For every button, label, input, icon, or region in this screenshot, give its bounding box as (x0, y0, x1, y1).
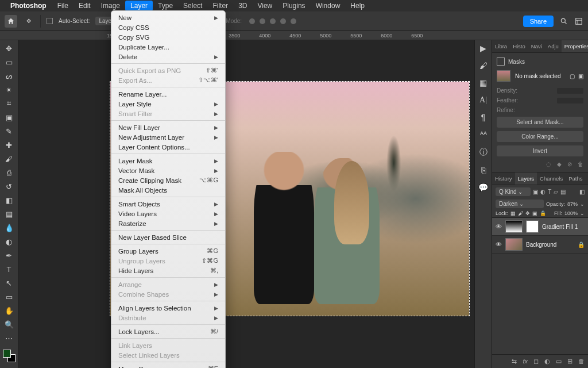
fill-chevron-icon[interactable]: ⌄ (580, 210, 585, 216)
opacity-value[interactable]: 87% (567, 201, 578, 207)
layer-visibility-icon[interactable]: 👁 (496, 223, 502, 230)
frame-tool[interactable]: ▣ (2, 112, 16, 123)
path-tool[interactable]: ↖ (2, 277, 16, 289)
menu-item-group-layers[interactable]: Group Layers⌘G (111, 246, 225, 256)
load-selection-icon[interactable]: ◌ (546, 161, 551, 167)
menu-item-copy-css[interactable]: Copy CSS (111, 22, 225, 32)
share-button[interactable]: Share (523, 16, 554, 27)
menu-image[interactable]: Image (96, 1, 125, 11)
tab-properties[interactable]: Properties (562, 40, 588, 52)
filter-shape-icon[interactable]: ▱ (554, 189, 558, 195)
menu-plugins[interactable]: Plugins (277, 1, 310, 11)
brush-settings-icon[interactable]: 🖌 (479, 61, 488, 70)
lasso-tool[interactable]: ᔕ (2, 70, 16, 82)
pixel-mask-icon[interactable]: ▢ (570, 73, 575, 79)
type-tool[interactable]: T (2, 263, 16, 275)
layer-background[interactable]: 👁 Background 🔒 (492, 236, 588, 254)
lock-all-icon[interactable]: 🔒 (540, 210, 546, 216)
opacity-chevron-icon[interactable]: ⌄ (580, 201, 585, 207)
menu-item-mask-all-objects[interactable]: Mask All Objects (111, 185, 225, 195)
tab-libraries[interactable]: Libra (492, 40, 510, 52)
menu-item-create-clipping-mask[interactable]: Create Clipping Mask⌥⌘G (111, 175, 225, 185)
crop-tool[interactable]: ⌗ (2, 98, 16, 109)
menu-layer[interactable]: Layer (125, 1, 153, 11)
lock-paint-icon[interactable]: 🖌 (518, 210, 523, 216)
menu-item-delete[interactable]: Delete▶ (111, 52, 225, 62)
menu-item-video-layers[interactable]: Video Layers▶ (111, 209, 225, 218)
edit-toolbar[interactable]: ⋯ (2, 332, 16, 344)
menu-item-smart-objects[interactable]: Smart Objects▶ (111, 199, 225, 209)
layer-gradient-fill-1[interactable]: 👁 Gradient Fill 1 (492, 218, 588, 236)
character-icon[interactable]: A| (479, 95, 487, 105)
menu-view[interactable]: View (252, 1, 277, 11)
tab-history[interactable]: History (492, 172, 515, 185)
menu-item-align-layers-to-selection[interactable]: Align Layers to Selection▶ (111, 303, 225, 313)
menu-select[interactable]: Select (178, 1, 207, 11)
select-and-mask-button[interactable]: Select and Mask... (497, 117, 583, 128)
new-layer-icon[interactable]: ⊞ (567, 358, 572, 365)
mask-thumbnail[interactable] (497, 70, 510, 82)
layer-mask-thumbnail[interactable] (526, 220, 539, 233)
3d-mode-icons[interactable] (247, 17, 299, 26)
brush-tool[interactable]: 🖌 (2, 153, 16, 164)
tab-navigator[interactable]: Navi (528, 40, 545, 52)
gradient-tool[interactable]: ▤ (2, 208, 16, 220)
lock-icon[interactable]: 🔒 (578, 241, 585, 248)
filter-pixel-icon[interactable]: ▣ (533, 189, 538, 195)
move-tool-icon[interactable]: ✥ (23, 16, 34, 27)
feather-slider[interactable] (557, 98, 583, 103)
app-name[interactable]: Photoshop (10, 2, 47, 10)
menu-item-layer-style[interactable]: Layer Style▶ (111, 99, 225, 109)
comments-icon[interactable]: 💬 (478, 183, 488, 192)
vector-mask-icon[interactable]: ▣ (578, 73, 583, 79)
menu-item-new-fill-layer[interactable]: New Fill Layer▶ (111, 122, 225, 132)
delete-layer-icon[interactable]: 🗑 (578, 358, 585, 365)
menu-item-layer-mask[interactable]: Layer Mask▶ (111, 156, 225, 166)
auto-select-checkbox[interactable] (47, 18, 53, 24)
delete-mask-icon[interactable]: 🗑 (578, 161, 583, 167)
menu-type[interactable]: Type (153, 1, 178, 11)
menu-item-vector-mask[interactable]: Vector Mask▶ (111, 166, 225, 175)
layer-name[interactable]: Background (526, 241, 556, 248)
layer-filter-kind[interactable]: Q Kind ⌄ (496, 187, 531, 196)
blend-mode-dropdown[interactable]: Darken ⌄ (496, 200, 544, 208)
filter-adjust-icon[interactable]: ◐ (540, 189, 546, 195)
search-icon[interactable] (559, 17, 568, 26)
layer-fx-icon[interactable]: fx (523, 358, 528, 365)
new-fill-adjustment-icon[interactable]: ◐ (544, 358, 550, 365)
menu-item-rasterize[interactable]: Rasterize▶ (111, 218, 225, 228)
menu-item-merge-down[interactable]: Merge Down⌘E (111, 364, 225, 368)
layer-thumbnail[interactable] (505, 238, 523, 251)
menu-item-new[interactable]: New▶ (111, 13, 225, 22)
add-mask-icon[interactable]: ◻ (533, 358, 539, 365)
eraser-tool[interactable]: ◧ (2, 194, 16, 206)
lock-artboard-icon[interactable]: ▣ (532, 210, 537, 216)
hand-tool[interactable]: ✋ (2, 305, 16, 316)
apply-mask-icon[interactable]: ◆ (557, 161, 562, 167)
density-slider[interactable] (557, 88, 583, 94)
filter-smart-icon[interactable]: ▤ (560, 189, 566, 195)
lock-pos-icon[interactable]: ✥ (525, 210, 530, 216)
link-layers-icon[interactable]: ⇆ (512, 358, 517, 365)
clone-stamp-tool[interactable]: ⎙ (2, 167, 16, 178)
menu-item-duplicate-layer[interactable]: Duplicate Layer... (111, 42, 225, 52)
tab-adjustments[interactable]: Adju (545, 40, 562, 52)
home-button[interactable] (5, 15, 17, 28)
menu-file[interactable]: File (52, 1, 74, 11)
menu-item-lock-layers[interactable]: Lock Layers...⌘/ (111, 327, 225, 336)
menu-item-new-layer-based-slice[interactable]: New Layer Based Slice (111, 232, 225, 242)
blur-tool[interactable]: 💧 (2, 222, 16, 233)
menu-item-hide-layers[interactable]: Hide Layers⌘, (111, 266, 225, 275)
filter-type-icon[interactable]: T (548, 189, 551, 195)
menu-item-rename-layer[interactable]: Rename Layer... (111, 89, 225, 99)
eyedropper-tool[interactable]: ✎ (2, 125, 16, 137)
move-tool[interactable]: ✥ (2, 43, 16, 54)
magic-wand-tool[interactable]: ✴ (2, 84, 16, 95)
menu-edit[interactable]: Edit (74, 1, 96, 11)
filter-toggle-icon[interactable]: ◧ (579, 189, 585, 195)
marquee-tool[interactable]: ▭ (2, 56, 16, 68)
foreground-color[interactable] (3, 350, 11, 358)
zoom-tool[interactable]: 🔍 (2, 319, 16, 330)
color-range-button[interactable]: Color Range... (497, 131, 583, 142)
layer-name[interactable]: Gradient Fill 1 (542, 224, 578, 230)
